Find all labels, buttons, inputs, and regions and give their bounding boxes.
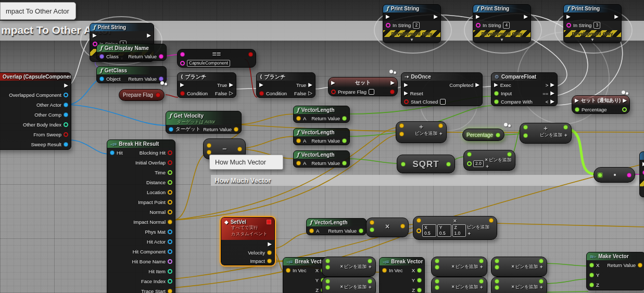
prepare-flag-getter[interactable]: Prepare Flag [119, 89, 165, 101]
bool-out-pin[interactable] [390, 90, 395, 94]
x-default-value[interactable]: X 0.5 [422, 224, 436, 237]
add-pin-plus-icon[interactable]: ＋ [439, 131, 444, 136]
start-closed-pin[interactable] [404, 99, 409, 104]
add-pin-plus-icon[interactable]: ＋ [539, 264, 544, 269]
exec-in-pin[interactable]: ▶ [404, 82, 408, 87]
vec-out-pin[interactable] [400, 224, 405, 228]
y-default-value[interactable]: Y 0.5 [437, 224, 451, 237]
mult-in-a-pin[interactable] [325, 279, 330, 284]
velocity-pin[interactable] [267, 250, 272, 255]
return-value-pin[interactable] [342, 161, 347, 165]
mult-in-a-pin[interactable] [435, 279, 439, 284]
mult-in-a-pin[interactable] [325, 259, 330, 263]
add-in-a-pin[interactable] [523, 125, 528, 130]
time-pin[interactable] [168, 170, 172, 175]
true-exec-pin[interactable]: ▶ [229, 82, 233, 87]
phys-mat-pin[interactable] [168, 230, 172, 234]
mult-in-b-pin[interactable] [495, 285, 499, 290]
mult-in-b-pin[interactable] [435, 265, 439, 270]
greater-exec-pin[interactable]: ▶ [550, 82, 554, 87]
make-vector-node[interactable]: ≡▻Make Vector X Return Value Y Z [586, 252, 644, 290]
impact-pin[interactable] [267, 259, 272, 263]
exec-in-pin[interactable]: ▶ [331, 80, 335, 85]
x-out-pin[interactable] [417, 268, 422, 273]
float-out-pin[interactable] [622, 107, 627, 112]
exec-out-pin[interactable]: ▶ [623, 98, 627, 103]
hit-pin[interactable] [110, 150, 115, 155]
multiply-node-a2[interactable]: × ピンを追加 ＋ [322, 277, 376, 293]
hit-actor-pin[interactable] [168, 239, 172, 244]
return-value-pin[interactable] [638, 263, 642, 267]
set-vel-event-node[interactable]: ◆SetVel すべてで実行 カスタムイベント ▶ Velocity Impac… [221, 217, 275, 265]
completed-exec-pin[interactable]: ▶ [475, 82, 479, 87]
other-actor-pin[interactable] [64, 103, 68, 107]
exec-out-pin[interactable]: ▶ [390, 80, 395, 85]
other-comp-pin[interactable] [64, 112, 68, 117]
float-out-pin[interactable] [496, 133, 500, 137]
comment-rename-box[interactable]: mpact To Other Actor [0, 2, 76, 20]
break-hit-result-node[interactable]: ◅≡Break Hit Result Hit Blocking Hit Init… [107, 139, 175, 293]
float-out-pin[interactable] [539, 279, 544, 284]
impact-point-pin[interactable] [168, 200, 172, 205]
return-value-pin[interactable] [342, 138, 347, 143]
mult-in-a-pin[interactable] [495, 279, 499, 284]
percentage-getter[interactable]: Percentage [462, 129, 504, 141]
do-once-node[interactable]: ⇢DoOnce ▶Completed▶ ▶Reset Start Closed [401, 72, 483, 106]
multiply-vector-float-node[interactable]: × [366, 218, 409, 237]
hit-bone-name-pin[interactable] [168, 259, 172, 264]
equal-in-a-pin[interactable] [180, 52, 185, 57]
mult-b-value[interactable]: 2.0 [473, 160, 484, 167]
bool-out-pin[interactable] [156, 93, 160, 97]
return-value-pin[interactable] [159, 54, 163, 59]
multiply-node-b1[interactable]: × ピンを追加 ＋ [431, 257, 487, 277]
hit-item-pin[interactable] [168, 269, 172, 274]
set-notify-node[interactable]: ▶セット (通知あり)▶ Percentage [572, 95, 630, 114]
comment-how-much-header[interactable] [211, 175, 644, 186]
print-string-node-3[interactable]: ƒPrint String ▶▶ In String3 Development … [563, 4, 622, 43]
branch-node-1[interactable]: ⟨ブランチ ▶True▶ Condition False▷ [177, 72, 236, 98]
set-prepare-flag-node[interactable]: ▶セット▶ Prepare Flag [328, 77, 398, 96]
impact-normal-pin[interactable] [168, 220, 172, 224]
exec-in-pin[interactable]: ▶ [259, 82, 263, 87]
blueprint-graph-canvas[interactable]: mpact To Other Actor How Much Vector [0, 0, 644, 293]
add-pin-plus-icon[interactable]: ＋ [539, 284, 544, 289]
condition-pin[interactable] [259, 91, 264, 96]
less-exec-pin[interactable]: ▶ [550, 99, 554, 104]
trace-start-pin[interactable] [168, 289, 172, 293]
float-out-pin[interactable] [507, 152, 512, 157]
mult-in-b-pin[interactable] [325, 285, 330, 290]
equal-node[interactable]: == CapsuleComponent [177, 49, 256, 68]
true-exec-pin[interactable]: ▶ [308, 82, 312, 87]
vector-length-node-2[interactable]: ƒVectorLength A Return Value [293, 128, 350, 145]
exec-in-pin[interactable]: ▶ [180, 82, 184, 87]
add-pin-plus-icon[interactable]: ＋ [479, 264, 484, 269]
add-pin-plus-icon[interactable]: ＋ [368, 284, 373, 289]
in-vec-pin[interactable] [286, 268, 291, 273]
float-out-pin[interactable] [368, 279, 372, 284]
mult-in-a-pin[interactable] [467, 152, 472, 157]
print-string-node-partial[interactable]: ▶ [639, 151, 644, 197]
false-exec-pin[interactable]: ▷ [308, 91, 312, 96]
distance-pin[interactable] [168, 180, 172, 185]
exec-in-pin[interactable]: ▶ [93, 33, 97, 38]
multiply-node-c2[interactable]: × ピンを追加 ＋ [491, 277, 547, 293]
bool-checkbox[interactable] [369, 89, 374, 95]
mult-in-b-pin[interactable] [435, 285, 439, 290]
get-display-name-node[interactable]: ƒGet Display Name Class Return Value [96, 44, 167, 61]
add-vector-node[interactable]: ＋ ピンを追加 ＋ [396, 121, 447, 143]
a-pin[interactable] [296, 116, 301, 121]
location-pin[interactable] [168, 190, 172, 195]
float-out-pin[interactable] [446, 162, 451, 167]
float-out-pin[interactable] [479, 259, 484, 263]
bool-out-pin[interactable] [248, 52, 253, 57]
condition-pin[interactable] [180, 91, 185, 96]
z-out-pin[interactable] [417, 288, 422, 292]
multiply-2-node[interactable]: 2.0× ピンを追加 ＋ [463, 150, 515, 171]
float-out-pin[interactable] [563, 125, 568, 130]
object-pin[interactable] [99, 77, 104, 81]
prepare-flag-pin[interactable] [331, 90, 336, 94]
in-string-value[interactable]: 4 [503, 22, 510, 29]
mult-in-a-pin[interactable] [416, 218, 421, 223]
equal-operand-value[interactable]: CapsuleComponent [187, 60, 230, 67]
equal-in-b-pin[interactable] [180, 61, 185, 66]
